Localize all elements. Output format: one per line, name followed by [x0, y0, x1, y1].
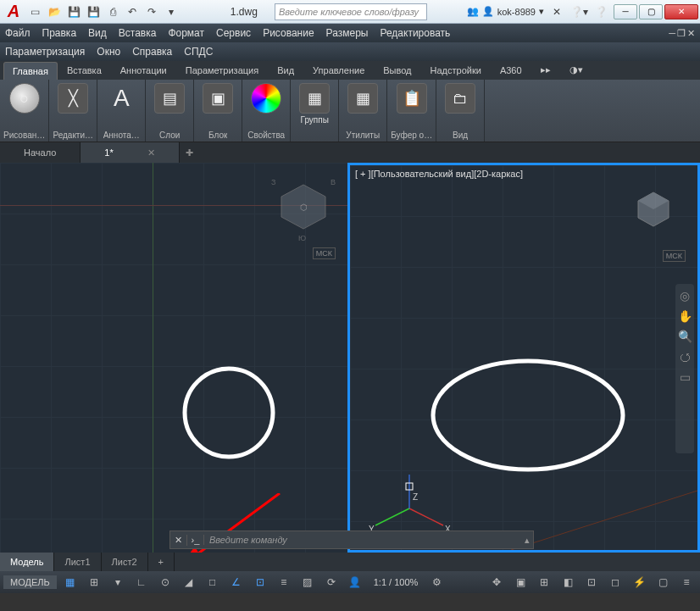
status-workspace-icon[interactable]: ✥ — [486, 574, 507, 591]
menu-dim[interactable]: Размеры — [326, 27, 369, 39]
navigation-bar[interactable]: ◎ ✋ 🔍 ⭯ ▭ — [675, 284, 694, 453]
menu-spds[interactable]: СПДС — [184, 46, 213, 58]
status-grid-icon[interactable]: ▦ — [60, 574, 81, 591]
groups-button[interactable]: ▦Группы — [294, 81, 335, 125]
print-icon[interactable]: ⎙ — [103, 3, 122, 21]
minimize-button[interactable]: ─ — [614, 4, 637, 19]
save-icon[interactable]: 💾 — [64, 3, 83, 21]
layers-button[interactable]: ▤ — [149, 81, 190, 114]
properties-button[interactable] — [246, 81, 286, 114]
status-lineweight-icon[interactable]: ≡ — [274, 574, 294, 591]
nav-zoom-icon[interactable]: 🔍 — [678, 330, 692, 343]
annotate-button[interactable]: A — [101, 81, 142, 114]
view-button[interactable]: 🗀 — [440, 81, 481, 114]
status-lockui-icon[interactable]: ⊡ — [581, 574, 602, 591]
status-isodraft-icon[interactable]: ◢ — [179, 574, 199, 591]
status-model-button[interactable]: МОДЕЛЬ — [3, 575, 57, 589]
undo-icon[interactable]: ↶ — [123, 3, 142, 21]
cmdline-close-icon[interactable]: ✕ — [170, 535, 187, 546]
ucs-label[interactable]: МСК — [663, 250, 686, 262]
inner-minimize-button[interactable]: ─ — [669, 28, 675, 39]
nav-pan-icon[interactable]: ✋ — [678, 309, 692, 323]
status-quickprops-icon[interactable]: ◧ — [558, 574, 578, 591]
menu-tools[interactable]: Сервис — [216, 27, 251, 39]
menu-file[interactable]: Файл — [5, 27, 31, 39]
file-tab-add[interactable]: ✚ — [180, 147, 200, 158]
status-isolate-icon[interactable]: ◻ — [605, 574, 625, 591]
tab-home[interactable]: Главная — [3, 62, 58, 80]
status-ortho-icon[interactable]: ∟ — [131, 574, 152, 591]
nav-showmotion-icon[interactable]: ▭ — [680, 370, 691, 384]
layout-tab-model[interactable]: Модель — [0, 553, 54, 571]
menu-format[interactable]: Формат — [168, 27, 204, 39]
tab-overflow[interactable]: ▸▸ — [531, 60, 560, 80]
status-units-icon[interactable]: ⊞ — [534, 574, 554, 591]
layout-tab-sheet2[interactable]: Лист2 — [102, 553, 148, 571]
tab-parametric[interactable]: Параметризация — [176, 61, 268, 80]
menu-modify[interactable]: Редактировать — [380, 27, 450, 39]
menu-window[interactable]: Окно — [97, 46, 120, 58]
menu-parametric[interactable]: Параметризация — [5, 46, 85, 58]
layout-tab-sheet1[interactable]: Лист1 — [54, 553, 101, 571]
command-input[interactable]: Введите команду — [204, 535, 521, 545]
viewport-left[interactable]: ⬡ З В Ю МСК — [0, 163, 347, 553]
cmdline-dropdown-icon[interactable]: ▴ — [521, 535, 533, 546]
inner-close-button[interactable]: ✕ — [687, 28, 695, 39]
viewport-label[interactable]: [ + ][Пользовательский вид][2D-каркас] — [355, 169, 523, 179]
tab-view[interactable]: Вид — [268, 61, 303, 80]
tab-insert[interactable]: Вставка — [58, 61, 111, 80]
status-otrack-icon[interactable]: ∠ — [226, 574, 247, 591]
status-custom-icon[interactable]: ≡ — [676, 574, 697, 591]
new-icon[interactable]: ▭ — [25, 3, 44, 21]
menu-help[interactable]: Справка — [132, 46, 172, 58]
status-annomon-icon[interactable]: ▣ — [510, 574, 531, 591]
status-annoscale-icon[interactable]: 👤 — [345, 574, 365, 591]
status-cleanscreen-icon[interactable]: ▢ — [653, 574, 673, 591]
clipboard-button[interactable]: 📋 — [392, 81, 432, 114]
qat-dropdown-icon[interactable]: ▾ — [162, 3, 181, 21]
file-tab-current[interactable]: 1*✕ — [81, 142, 179, 163]
status-hwacc-icon[interactable]: ⚡ — [629, 574, 649, 591]
tab-a360[interactable]: A360 — [491, 61, 531, 80]
file-tab-start[interactable]: Начало — [0, 142, 81, 163]
status-scale[interactable]: 1:1 / 100% — [369, 577, 424, 587]
help-icon[interactable]: ❔ — [592, 3, 610, 21]
maximize-button[interactable]: ▢ — [639, 4, 663, 19]
open-icon[interactable]: 📂 — [45, 3, 64, 21]
tab-addins[interactable]: Надстройки — [421, 61, 491, 80]
menu-draw[interactable]: Рисование — [263, 27, 314, 39]
status-gear-icon[interactable]: ⚙ — [426, 574, 447, 591]
close-button[interactable]: ✕ — [664, 4, 698, 19]
cmdline-chevron-icon[interactable]: ›_ — [187, 535, 204, 545]
utilities-button[interactable]: ▦ — [342, 81, 383, 114]
inner-restore-button[interactable]: ❐ — [677, 28, 686, 39]
status-2dsnap-icon[interactable]: ⊡ — [250, 574, 270, 591]
status-infer-icon[interactable]: ▾ — [108, 574, 128, 591]
app-logo[interactable]: A — [2, 2, 25, 22]
help-dropdown-icon[interactable]: ❔▾ — [569, 3, 588, 21]
search-input[interactable]: Введите ключевое слово/фразу — [275, 3, 427, 20]
saveas-icon[interactable]: 💾 — [84, 3, 103, 21]
command-line[interactable]: ✕ ›_ Введите команду ▴ — [169, 530, 534, 549]
redo-icon[interactable]: ↷ — [142, 3, 161, 21]
tab-output[interactable]: Вывод — [374, 61, 420, 80]
ucs-label[interactable]: МСК — [313, 247, 336, 259]
status-osnap-icon[interactable]: □ — [203, 574, 223, 591]
tab-annotate[interactable]: Аннотации — [111, 61, 176, 80]
viewport-right[interactable]: [ + ][Пользовательский вид][2D-каркас] X… — [347, 163, 700, 553]
viewcube-right[interactable] — [626, 182, 681, 236]
nav-fullnav-icon[interactable]: ◎ — [680, 289, 690, 303]
block-button[interactable]: ▣ — [197, 81, 238, 114]
user-account[interactable]: 👥 👤 kok-8989▾ — [467, 6, 544, 17]
menu-view[interactable]: Вид — [88, 27, 107, 39]
file-close-icon[interactable]: ✕ — [147, 147, 155, 158]
status-polar-icon[interactable]: ⊙ — [155, 574, 175, 591]
menu-edit[interactable]: Правка — [42, 27, 77, 39]
status-transparency-icon[interactable]: ▨ — [297, 574, 318, 591]
nav-orbit-icon[interactable]: ⭯ — [679, 350, 691, 364]
layout-tab-add[interactable]: + — [148, 553, 175, 571]
modify-button[interactable]: ╳ — [53, 81, 93, 114]
tab-manage[interactable]: Управление — [303, 61, 374, 80]
status-cycling-icon[interactable]: ⟳ — [321, 574, 342, 591]
viewcube-left[interactable]: ⬡ З В Ю — [276, 180, 331, 234]
